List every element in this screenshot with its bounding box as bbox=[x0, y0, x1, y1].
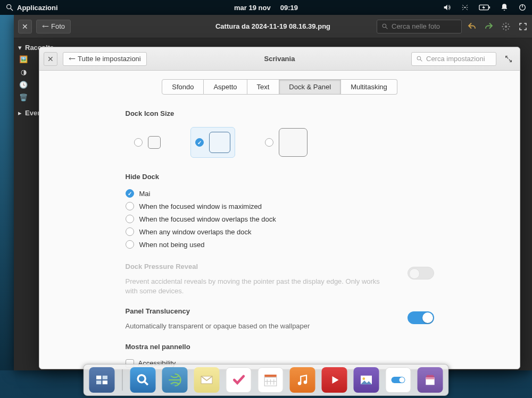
chevron-right-icon: ▸ bbox=[18, 109, 22, 117]
radio-icon bbox=[126, 202, 134, 210]
svg-point-26 bbox=[298, 382, 302, 385]
hide-dock-option-never[interactable]: Mai bbox=[126, 187, 434, 200]
fullscreen-icon[interactable] bbox=[518, 22, 528, 31]
tab-aspetto[interactable]: Aspetto bbox=[204, 79, 247, 95]
svg-point-10 bbox=[417, 56, 421, 60]
sidebar-item-photos[interactable]: 🖼️ bbox=[16, 53, 38, 65]
section-pressure-reveal: Dock Pressure Reveal Prevent accidental … bbox=[126, 262, 434, 295]
arrow-left-icon: 🡐 bbox=[42, 22, 49, 30]
icon-size-small[interactable] bbox=[130, 132, 165, 153]
settings-window: ✕ 🡐 Tutte le impostazioni Scrivania Cerc… bbox=[39, 47, 520, 369]
translucency-switch[interactable] bbox=[408, 311, 434, 324]
show-in-panel-title: Mostra nel pannello bbox=[126, 343, 434, 351]
radio-icon bbox=[126, 240, 134, 249]
redo-icon[interactable] bbox=[484, 22, 494, 31]
hide-dock-option-unused[interactable]: When not being used bbox=[126, 238, 434, 251]
dock-videos[interactable] bbox=[322, 367, 347, 393]
photos-close-button[interactable]: ✕ bbox=[18, 20, 32, 33]
settings-close-button[interactable]: ✕ bbox=[44, 52, 57, 66]
settings-header: ✕ 🡐 Tutte le impostazioni Scrivania Cerc… bbox=[39, 47, 520, 71]
circle-icon: ◑ bbox=[18, 66, 29, 77]
battery-icon[interactable] bbox=[479, 4, 491, 11]
dock-multitasking[interactable] bbox=[89, 367, 115, 393]
dock-mail[interactable] bbox=[194, 367, 220, 393]
undo-icon[interactable] bbox=[467, 22, 477, 31]
settings-title: Scrivania bbox=[264, 55, 295, 63]
sidebar-item-trash[interactable]: 🗑️ bbox=[16, 91, 38, 104]
dock-calendar[interactable] bbox=[258, 367, 284, 393]
chevron-down-icon: ▾ bbox=[18, 44, 22, 52]
sidebar-section-library[interactable]: ▾Raccolta bbox=[16, 43, 38, 53]
svg-point-2 bbox=[464, 7, 466, 9]
dock-photos[interactable] bbox=[354, 367, 379, 393]
svg-point-31 bbox=[400, 377, 405, 383]
dock-icon-size-title: Dock Icon Size bbox=[126, 109, 434, 117]
hide-dock-option-overlap-any[interactable]: When any window overlaps the dock bbox=[126, 225, 434, 238]
svg-rect-14 bbox=[96, 380, 101, 384]
dock-web[interactable] bbox=[162, 367, 188, 393]
svg-rect-20 bbox=[264, 375, 277, 377]
settings-maximize-button[interactable] bbox=[502, 52, 516, 66]
tab-text[interactable]: Text bbox=[247, 79, 280, 95]
search-icon bbox=[381, 23, 388, 30]
sidebar-section-events[interactable]: ▸Eventi bbox=[16, 108, 38, 118]
top-panel: Applicazioni mar 19 nov 09:19 bbox=[0, 0, 532, 15]
photos-search-input[interactable]: Cerca nelle foto bbox=[377, 20, 462, 33]
photos-search-placeholder: Cerca nelle foto bbox=[392, 22, 440, 30]
photos-title: Cattura da 2024-11-19 08.16.39.png bbox=[215, 22, 330, 30]
network-icon[interactable] bbox=[461, 3, 469, 12]
photos-header: ✕ 🡐 Foto Cattura da 2024-11-19 08.16.39.… bbox=[14, 15, 532, 38]
notifications-icon[interactable] bbox=[500, 3, 509, 12]
pressure-switch bbox=[408, 267, 434, 280]
radio-selected-icon bbox=[126, 189, 134, 198]
search-icon bbox=[5, 3, 14, 12]
photos-back-button[interactable]: 🡐 Foto bbox=[36, 20, 71, 33]
tab-multitasking[interactable]: Multitasking bbox=[341, 79, 397, 95]
dock-files[interactable] bbox=[130, 367, 156, 393]
svg-rect-33 bbox=[426, 377, 434, 379]
arrow-left-icon: 🡐 bbox=[69, 55, 76, 63]
sidebar-item-last[interactable]: 🕓 bbox=[16, 78, 38, 91]
icon-size-large[interactable] bbox=[261, 124, 312, 161]
photos-back-label: Foto bbox=[51, 22, 65, 30]
section-hide-dock: Hide Dock Mai When the focused window is… bbox=[126, 173, 434, 251]
translucency-desc: Automatically transparent or opaque base… bbox=[126, 321, 381, 331]
svg-point-16 bbox=[138, 375, 145, 383]
section-dock-icon-size: Dock Icon Size bbox=[126, 109, 434, 161]
dock-music[interactable] bbox=[290, 367, 315, 393]
preview-large-icon bbox=[279, 128, 307, 157]
trash-icon: 🗑️ bbox=[18, 92, 29, 103]
svg-point-9 bbox=[505, 25, 508, 28]
hide-dock-title: Hide Dock bbox=[126, 173, 434, 181]
clock-icon: 🕓 bbox=[18, 79, 29, 90]
svg-point-29 bbox=[363, 377, 365, 380]
panel-date[interactable]: mar 19 nov bbox=[234, 4, 271, 12]
power-icon[interactable] bbox=[518, 3, 527, 12]
hide-dock-option-overlap-focused[interactable]: When the focused window overlaps the doc… bbox=[126, 213, 434, 225]
preview-small-icon bbox=[148, 136, 161, 149]
gear-icon[interactable] bbox=[501, 22, 511, 31]
dock-appcenter[interactable] bbox=[418, 367, 443, 393]
icon-size-medium[interactable] bbox=[190, 127, 235, 158]
settings-back-button[interactable]: 🡐 Tutte le impostazioni bbox=[63, 52, 147, 66]
svg-point-0 bbox=[7, 5, 11, 9]
radio-icon bbox=[126, 227, 134, 236]
tab-dock-panel[interactable]: Dock & Panel bbox=[279, 79, 341, 95]
svg-point-27 bbox=[304, 380, 307, 384]
hide-dock-option-maximized[interactable]: When the focused window is maximized bbox=[126, 200, 434, 213]
settings-tabbar: Sfondo Aspetto Text Dock & Panel Multita… bbox=[61, 79, 498, 95]
photos-icon: 🖼️ bbox=[18, 54, 29, 64]
settings-search-placeholder: Cerca impostazioni bbox=[426, 55, 485, 63]
dock-tasks[interactable] bbox=[226, 367, 252, 393]
dock-settings[interactable] bbox=[386, 367, 411, 393]
tab-sfondo[interactable]: Sfondo bbox=[162, 79, 204, 95]
radio-icon bbox=[134, 138, 143, 147]
svg-rect-12 bbox=[96, 376, 101, 379]
svg-rect-13 bbox=[103, 376, 107, 379]
radio-icon bbox=[126, 215, 134, 223]
volume-icon[interactable] bbox=[443, 3, 451, 12]
applications-menu[interactable]: Applicazioni bbox=[5, 3, 58, 12]
sidebar-item-raw[interactable]: ◑ bbox=[16, 65, 38, 78]
panel-time[interactable]: 09:19 bbox=[280, 4, 298, 12]
settings-search-input[interactable]: Cerca impostazioni bbox=[411, 52, 496, 66]
